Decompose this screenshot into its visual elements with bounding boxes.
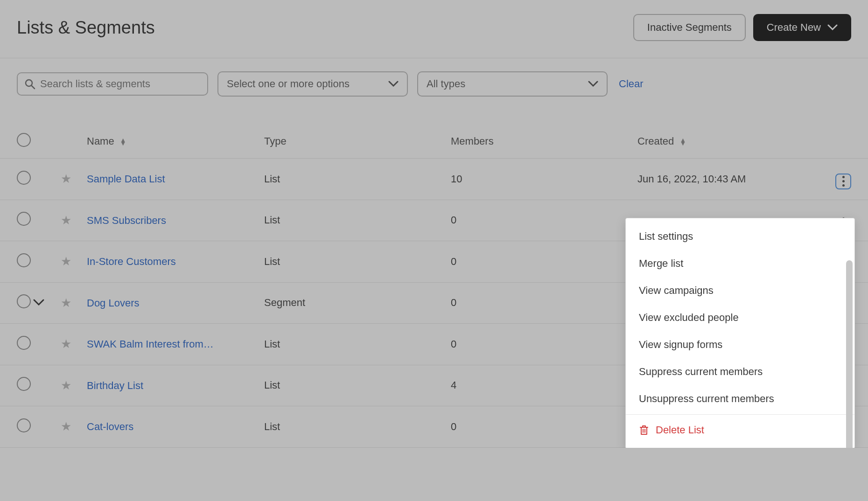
row-type: List [264,365,451,406]
row-members: 0 [451,241,637,283]
row-checkbox[interactable] [17,336,31,350]
menu-item[interactable]: Suppress current members [626,358,854,385]
svg-line-1 [32,86,35,89]
search-icon [24,78,35,90]
row-checkbox[interactable] [17,294,31,308]
inactive-segments-button[interactable]: Inactive Segments [633,14,746,41]
row-members: 0 [451,406,637,448]
types-select[interactable]: All types [417,71,608,97]
row-checkbox[interactable] [17,171,31,185]
row-type: List [264,406,451,448]
star-icon[interactable]: ★ [61,378,71,392]
row-type: List [264,241,451,283]
list-name-link[interactable]: Cat-lovers [87,421,133,433]
menu-item-delete-list[interactable]: Delete List [626,417,854,444]
menu-item[interactable]: List settings [626,223,854,250]
star-icon[interactable]: ★ [61,172,71,186]
menu-item[interactable]: Unsuppress current members [626,385,854,412]
options-select-label: Select one or more options [227,78,350,90]
star-icon[interactable]: ★ [61,337,71,351]
table-row: ★Sample Data ListList10Jun 16, 2022, 10:… [0,159,868,200]
star-icon[interactable]: ★ [61,254,71,268]
create-new-button[interactable]: Create New [753,14,851,41]
sort-icon: ▲▼ [120,139,126,145]
row-checkbox[interactable] [17,418,31,432]
column-header-type: Type [264,125,451,159]
row-members: 4 [451,365,637,406]
column-header-created[interactable]: Created ▲▼ [637,125,831,159]
column-header-name[interactable]: Name ▲▼ [87,125,264,159]
chevron-down-icon [388,78,399,90]
row-checkbox[interactable] [17,377,31,391]
page-title: Lists & Segments [17,18,155,38]
chevron-down-icon [588,78,598,90]
star-icon[interactable]: ★ [61,296,71,310]
menu-separator [626,414,854,415]
expand-icon[interactable] [33,297,45,309]
options-select[interactable]: Select one or more options [217,71,408,97]
list-name-link[interactable]: In-Store Customers [87,256,176,268]
list-name-link[interactable]: SMS Subscribers [87,215,166,227]
row-type: List [264,324,451,365]
menu-item-delete-label: Delete List [656,424,704,436]
row-members: 0 [451,324,637,365]
row-type: List [264,200,451,241]
menu-item[interactable]: Merge list [626,250,854,277]
list-name-link[interactable]: SWAK Balm Interest from… [87,338,214,350]
star-icon[interactable]: ★ [61,419,71,433]
svg-point-0 [26,80,32,86]
sort-icon: ▲▼ [679,139,686,145]
search-input[interactable] [40,78,201,90]
row-type: Segment [264,282,451,324]
clear-link[interactable]: Clear [619,78,644,90]
list-name-link[interactable]: Dog Lovers [87,297,140,309]
menu-item[interactable]: View campaigns [626,277,854,304]
chevron-down-icon [827,21,838,34]
row-actions-menu: List settingsMerge listView campaignsVie… [625,218,855,448]
create-new-label: Create New [767,21,821,34]
column-header-created-label: Created [637,135,674,147]
row-created: Jun 16, 2022, 10:43 AM [637,159,831,200]
row-members: 0 [451,282,637,324]
list-name-link[interactable]: Birthday List [87,380,143,392]
row-members: 0 [451,200,637,241]
select-all-checkbox[interactable] [17,133,31,147]
trash-icon [639,424,649,436]
kebab-icon [842,176,845,187]
menu-item[interactable]: View signup forms [626,331,854,358]
column-header-members: Members [451,125,637,159]
row-type: List [264,159,451,200]
list-name-link[interactable]: Sample Data List [87,173,165,185]
star-icon[interactable]: ★ [61,213,71,227]
row-checkbox[interactable] [17,253,31,267]
types-select-label: All types [427,78,465,90]
menu-scrollbar[interactable] [846,260,853,448]
search-input-wrapper[interactable] [17,72,208,96]
menu-item[interactable]: View excluded people [626,304,854,331]
row-checkbox[interactable] [17,212,31,226]
column-header-name-label: Name [87,135,114,147]
row-members: 10 [451,159,637,200]
row-actions-button[interactable] [835,174,851,189]
